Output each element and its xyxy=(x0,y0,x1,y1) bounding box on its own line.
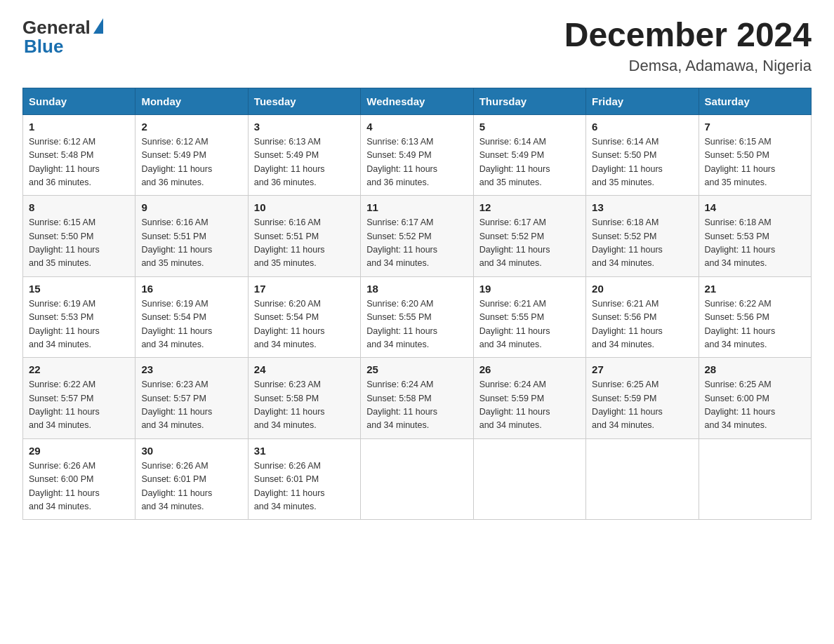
day-info: Sunrise: 6:16 AMSunset: 5:51 PMDaylight:… xyxy=(254,216,355,271)
day-info: Sunrise: 6:20 AMSunset: 5:55 PMDaylight:… xyxy=(366,297,467,352)
calendar-cell: 22Sunrise: 6:22 AMSunset: 5:57 PMDayligh… xyxy=(23,358,135,439)
header-saturday: Saturday xyxy=(699,88,811,114)
header-sunday: Sunday xyxy=(23,88,135,114)
calendar-title: December 2024 xyxy=(564,17,812,54)
calendar-week-row: 22Sunrise: 6:22 AMSunset: 5:57 PMDayligh… xyxy=(23,358,812,439)
calendar-cell: 21Sunrise: 6:22 AMSunset: 5:56 PMDayligh… xyxy=(699,276,811,358)
calendar-cell: 29Sunrise: 6:26 AMSunset: 6:00 PMDayligh… xyxy=(23,438,135,520)
day-number: 18 xyxy=(366,283,467,295)
calendar-week-row: 8Sunrise: 6:15 AMSunset: 5:50 PMDaylight… xyxy=(23,196,812,277)
calendar-cell xyxy=(586,438,699,520)
calendar-cell: 31Sunrise: 6:26 AMSunset: 6:01 PMDayligh… xyxy=(248,438,360,520)
calendar-cell: 14Sunrise: 6:18 AMSunset: 5:53 PMDayligh… xyxy=(699,196,811,277)
calendar-cell: 27Sunrise: 6:25 AMSunset: 5:59 PMDayligh… xyxy=(586,358,699,439)
day-number: 5 xyxy=(479,121,580,133)
day-info: Sunrise: 6:18 AMSunset: 5:52 PMDaylight:… xyxy=(592,216,692,271)
day-info: Sunrise: 6:24 AMSunset: 5:58 PMDaylight:… xyxy=(366,378,467,433)
logo: General Blue xyxy=(22,17,103,58)
day-info: Sunrise: 6:15 AMSunset: 5:50 PMDaylight:… xyxy=(705,135,805,190)
day-info: Sunrise: 6:21 AMSunset: 5:56 PMDaylight:… xyxy=(592,297,692,352)
calendar-cell: 9Sunrise: 6:16 AMSunset: 5:51 PMDaylight… xyxy=(135,196,248,277)
day-number: 15 xyxy=(29,283,129,295)
day-info: Sunrise: 6:12 AMSunset: 5:48 PMDaylight:… xyxy=(29,135,129,190)
day-info: Sunrise: 6:19 AMSunset: 5:54 PMDaylight:… xyxy=(141,297,241,352)
day-number: 29 xyxy=(29,445,129,457)
day-number: 11 xyxy=(366,201,467,213)
header-wednesday: Wednesday xyxy=(361,88,473,114)
day-number: 26 xyxy=(479,363,580,375)
day-number: 2 xyxy=(141,121,241,133)
day-number: 4 xyxy=(366,121,467,133)
page-header: General Blue December 2024 Demsa, Adamaw… xyxy=(22,17,812,75)
day-number: 17 xyxy=(254,283,355,295)
day-info: Sunrise: 6:15 AMSunset: 5:50 PMDaylight:… xyxy=(29,216,129,271)
day-info: Sunrise: 6:18 AMSunset: 5:53 PMDaylight:… xyxy=(705,216,805,271)
day-info: Sunrise: 6:25 AMSunset: 5:59 PMDaylight:… xyxy=(592,378,692,433)
calendar-cell: 10Sunrise: 6:16 AMSunset: 5:51 PMDayligh… xyxy=(248,196,360,277)
day-info: Sunrise: 6:21 AMSunset: 5:55 PMDaylight:… xyxy=(479,297,580,352)
day-number: 20 xyxy=(592,283,692,295)
header-monday: Monday xyxy=(135,88,248,114)
logo-triangle-icon xyxy=(93,18,103,34)
day-number: 8 xyxy=(29,201,129,213)
calendar-cell: 30Sunrise: 6:26 AMSunset: 6:01 PMDayligh… xyxy=(135,438,248,520)
calendar-cell: 24Sunrise: 6:23 AMSunset: 5:58 PMDayligh… xyxy=(248,358,360,439)
day-number: 13 xyxy=(592,201,692,213)
day-number: 12 xyxy=(479,201,580,213)
calendar-week-row: 29Sunrise: 6:26 AMSunset: 6:00 PMDayligh… xyxy=(23,438,812,520)
day-number: 24 xyxy=(254,363,355,375)
calendar-subtitle: Demsa, Adamawa, Nigeria xyxy=(564,57,812,75)
calendar-cell: 23Sunrise: 6:23 AMSunset: 5:57 PMDayligh… xyxy=(135,358,248,439)
day-info: Sunrise: 6:14 AMSunset: 5:50 PMDaylight:… xyxy=(592,135,692,190)
calendar-header-row: SundayMondayTuesdayWednesdayThursdayFrid… xyxy=(23,88,812,114)
calendar-cell: 13Sunrise: 6:18 AMSunset: 5:52 PMDayligh… xyxy=(586,196,699,277)
day-info: Sunrise: 6:17 AMSunset: 5:52 PMDaylight:… xyxy=(366,216,467,271)
day-number: 9 xyxy=(141,201,241,213)
calendar-cell: 8Sunrise: 6:15 AMSunset: 5:50 PMDaylight… xyxy=(23,196,135,277)
day-number: 7 xyxy=(705,121,805,133)
day-info: Sunrise: 6:26 AMSunset: 6:01 PMDaylight:… xyxy=(254,459,355,514)
day-number: 30 xyxy=(141,445,241,457)
header-thursday: Thursday xyxy=(473,88,585,114)
calendar-cell: 18Sunrise: 6:20 AMSunset: 5:55 PMDayligh… xyxy=(361,276,473,358)
calendar-cell: 26Sunrise: 6:24 AMSunset: 5:59 PMDayligh… xyxy=(473,358,585,439)
calendar-cell: 17Sunrise: 6:20 AMSunset: 5:54 PMDayligh… xyxy=(248,276,360,358)
day-number: 23 xyxy=(141,363,241,375)
day-number: 1 xyxy=(29,121,129,133)
calendar-cell xyxy=(361,438,473,520)
day-info: Sunrise: 6:24 AMSunset: 5:59 PMDaylight:… xyxy=(479,378,580,433)
day-info: Sunrise: 6:14 AMSunset: 5:49 PMDaylight:… xyxy=(479,135,580,190)
day-info: Sunrise: 6:13 AMSunset: 5:49 PMDaylight:… xyxy=(254,135,355,190)
calendar-cell xyxy=(699,438,811,520)
calendar-cell: 6Sunrise: 6:14 AMSunset: 5:50 PMDaylight… xyxy=(586,114,699,196)
calendar-cell: 4Sunrise: 6:13 AMSunset: 5:49 PMDaylight… xyxy=(361,114,473,196)
day-info: Sunrise: 6:20 AMSunset: 5:54 PMDaylight:… xyxy=(254,297,355,352)
calendar-cell: 28Sunrise: 6:25 AMSunset: 6:00 PMDayligh… xyxy=(699,358,811,439)
day-info: Sunrise: 6:17 AMSunset: 5:52 PMDaylight:… xyxy=(479,216,580,271)
calendar-week-row: 15Sunrise: 6:19 AMSunset: 5:53 PMDayligh… xyxy=(23,276,812,358)
calendar-cell: 16Sunrise: 6:19 AMSunset: 5:54 PMDayligh… xyxy=(135,276,248,358)
day-number: 3 xyxy=(254,121,355,133)
calendar-cell: 25Sunrise: 6:24 AMSunset: 5:58 PMDayligh… xyxy=(361,358,473,439)
logo-blue-text: Blue xyxy=(24,36,63,58)
calendar-cell: 7Sunrise: 6:15 AMSunset: 5:50 PMDaylight… xyxy=(699,114,811,196)
calendar-table: SundayMondayTuesdayWednesdayThursdayFrid… xyxy=(22,88,812,521)
calendar-cell: 2Sunrise: 6:12 AMSunset: 5:49 PMDaylight… xyxy=(135,114,248,196)
day-number: 14 xyxy=(705,201,805,213)
day-info: Sunrise: 6:19 AMSunset: 5:53 PMDaylight:… xyxy=(29,297,129,352)
calendar-cell: 20Sunrise: 6:21 AMSunset: 5:56 PMDayligh… xyxy=(586,276,699,358)
day-info: Sunrise: 6:16 AMSunset: 5:51 PMDaylight:… xyxy=(141,216,241,271)
calendar-cell: 5Sunrise: 6:14 AMSunset: 5:49 PMDaylight… xyxy=(473,114,585,196)
calendar-cell xyxy=(473,438,585,520)
day-info: Sunrise: 6:25 AMSunset: 6:00 PMDaylight:… xyxy=(705,378,805,433)
day-number: 21 xyxy=(705,283,805,295)
day-number: 6 xyxy=(592,121,692,133)
calendar-cell: 15Sunrise: 6:19 AMSunset: 5:53 PMDayligh… xyxy=(23,276,135,358)
title-block: December 2024 Demsa, Adamawa, Nigeria xyxy=(564,17,812,75)
day-info: Sunrise: 6:26 AMSunset: 6:00 PMDaylight:… xyxy=(29,459,129,514)
calendar-week-row: 1Sunrise: 6:12 AMSunset: 5:48 PMDaylight… xyxy=(23,114,812,196)
day-info: Sunrise: 6:22 AMSunset: 5:57 PMDaylight:… xyxy=(29,378,129,433)
day-info: Sunrise: 6:23 AMSunset: 5:57 PMDaylight:… xyxy=(141,378,241,433)
header-tuesday: Tuesday xyxy=(248,88,360,114)
calendar-cell: 19Sunrise: 6:21 AMSunset: 5:55 PMDayligh… xyxy=(473,276,585,358)
